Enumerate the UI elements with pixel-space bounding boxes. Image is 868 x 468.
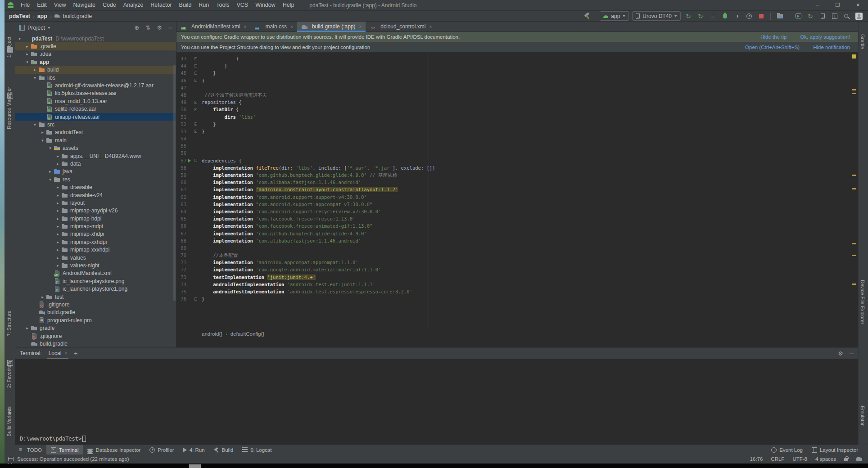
- chevron-right-icon[interactable]: ▸: [54, 201, 61, 205]
- tree-item-uniapp-release.aar[interactable]: uniapp-release.aar: [15, 113, 176, 121]
- tree-item-ic_launcher-playstore.png[interactable]: ic_launcher-playstore.png: [15, 277, 176, 285]
- chevron-right-icon[interactable]: ▸: [54, 240, 61, 244]
- tree-item-app[interactable]: ▾app: [15, 58, 176, 66]
- tree-item-AndroidManifest.xml[interactable]: AndroidManifest.xml: [15, 270, 176, 277]
- file-encoding[interactable]: UTF-8: [792, 456, 807, 462]
- code-line-62[interactable]: 62 implementation 'com.android.support:s…: [176, 194, 858, 201]
- bottom-bar-profiler[interactable]: Profiler: [145, 445, 178, 454]
- tree-item-java[interactable]: ▸java: [15, 168, 176, 176]
- chevron-down-icon[interactable]: [48, 27, 50, 29]
- fold-icon[interactable]: [194, 72, 197, 75]
- tab-close-icon[interactable]: ×: [290, 24, 293, 29]
- lock-icon[interactable]: [844, 458, 848, 461]
- code-line-55[interactable]: 55: [176, 142, 858, 149]
- bottom-bar-6-logcat[interactable]: 6: Logcat: [238, 445, 276, 454]
- code-line-76[interactable]: 76}: [176, 295, 858, 302]
- menu-window[interactable]: Window: [252, 0, 279, 10]
- fold-icon[interactable]: [194, 159, 197, 162]
- hide-panel-icon[interactable]: ─: [168, 24, 172, 31]
- tree-item-build.gradle[interactable]: build.gradle: [15, 309, 176, 316]
- code-line-69[interactable]: 69: [176, 244, 858, 252]
- warning-stripe-mark[interactable]: [852, 188, 856, 189]
- tree-item-.gitignore[interactable]: .gitignore: [15, 332, 176, 340]
- stop-icon[interactable]: [757, 12, 766, 21]
- caret-position[interactable]: 16:76: [750, 456, 763, 462]
- editor-tab[interactable]: main.css×: [251, 22, 297, 32]
- gear-icon[interactable]: ⚙: [157, 24, 162, 31]
- tree-item-sqlite-release.aar[interactable]: sqlite-release.aar: [15, 105, 176, 113]
- run-with-coverage-icon[interactable]: ≡: [708, 12, 717, 21]
- warning-stripe-mark[interactable]: [852, 175, 856, 176]
- tree-item-mipmap-xhdpi[interactable]: ▸mipmap-xhdpi: [15, 230, 176, 238]
- tree-item-.gradle[interactable]: ▸.gradle: [15, 42, 176, 50]
- bottom-bar-event-log[interactable]: Event Log: [767, 447, 807, 453]
- chevron-down-icon[interactable]: ▾: [16, 36, 23, 41]
- code-line-75[interactable]: 75 androidTestImplementation 'androidx.t…: [176, 288, 858, 295]
- sdk-manager-icon[interactable]: [830, 12, 839, 21]
- warning-stripe-mark[interactable]: [852, 284, 856, 285]
- tree-item-.gitignore[interactable]: .gitignore: [15, 301, 176, 308]
- profile-icon[interactable]: [745, 12, 754, 21]
- tool-stripe-7-structure[interactable]: 7: Structure: [6, 310, 12, 336]
- sync-gradle-icon[interactable]: ↻: [806, 12, 815, 21]
- tree-item-proguard-rules.pro[interactable]: proguard-rules.pro: [15, 316, 176, 324]
- fold-icon[interactable]: [194, 122, 197, 126]
- editor-tab[interactable]: build.gradle (:app)×: [297, 22, 366, 32]
- breadcrumb-module[interactable]: app: [37, 13, 47, 19]
- fold-icon[interactable]: [194, 297, 197, 301]
- code-editor[interactable]: 43 }44 }45 }46}4748 //这个加了解决启动页进不去49repo…: [176, 53, 858, 328]
- run-configuration-dropdown[interactable]: app: [600, 11, 629, 21]
- breadcrumb-project[interactable]: pdaTest: [9, 13, 30, 19]
- bottom-bar-terminal[interactable]: Terminal: [46, 445, 83, 454]
- fold-icon[interactable]: [194, 57, 197, 60]
- code-line-56[interactable]: 56: [176, 149, 858, 157]
- attach-debugger-icon[interactable]: ◑: [732, 12, 741, 21]
- chevron-right-icon[interactable]: ▸: [54, 232, 61, 236]
- menu-view[interactable]: View: [50, 0, 70, 10]
- warning-stripe-mark[interactable]: [852, 93, 856, 94]
- warning-stripe-mark[interactable]: [852, 255, 856, 256]
- apply-code-changes-icon[interactable]: ↻: [696, 12, 705, 21]
- tree-item-mipmap-anydpi-v26[interactable]: ▸mipmap-anydpi-v26: [15, 207, 176, 215]
- terminal-tab-local[interactable]: Local ×: [47, 348, 69, 359]
- toolwindow-toggle-icon[interactable]: [8, 457, 14, 461]
- file-status-indicator[interactable]: [852, 54, 856, 58]
- menu-edit[interactable]: Edit: [33, 0, 50, 10]
- tool-stripe-build-variants[interactable]: Build Variants: [6, 406, 12, 436]
- device-manager-icon[interactable]: [818, 12, 827, 21]
- menu-run[interactable]: Run: [195, 0, 212, 10]
- indent-setting[interactable]: 4 spaces: [815, 456, 836, 462]
- close-icon[interactable]: [848, 0, 868, 10]
- tree-item-drawable[interactable]: ▸drawable: [15, 183, 176, 191]
- tool-stripe-emulator[interactable]: Emulator: [860, 406, 865, 426]
- code-line-73[interactable]: 73 testImplementation 'junit:junit:4.+': [176, 274, 858, 281]
- tool-stripe-resource-manager[interactable]: Resource Manager: [6, 87, 12, 129]
- tree-item-test[interactable]: ▸test: [15, 293, 176, 301]
- tool-stripe-device-file-explorer[interactable]: Device File Explorer: [860, 280, 865, 324]
- chevron-right-icon[interactable]: ▸: [39, 295, 46, 299]
- code-line-74[interactable]: 74 androidTestImplementation 'androidx.t…: [176, 281, 858, 288]
- chevron-right-icon[interactable]: ▸: [32, 68, 38, 72]
- menu-help[interactable]: Help: [279, 0, 298, 10]
- apply-suggestion-link[interactable]: Ok, apply suggestion!: [800, 34, 850, 40]
- code-line-65[interactable]: 65 implementation 'com.facebook.fresco:f…: [176, 215, 858, 222]
- code-line-66[interactable]: 66 implementation "com.facebook.fresco:a…: [176, 222, 858, 230]
- breadcrumb-android[interactable]: android{}: [202, 331, 222, 337]
- tree-item-pdaTest[interactable]: ▾pdaTestD:\wwwroot\pdaTest: [15, 35, 176, 42]
- code-line-44[interactable]: 44 }: [176, 62, 858, 69]
- open-project-structure-link[interactable]: Open (Ctrl+Alt+Shift+S): [745, 45, 800, 50]
- code-line-48[interactable]: 48 //这个加了解决启动页进不去: [176, 91, 858, 99]
- tree-item-.idea[interactable]: ▸.idea: [15, 50, 176, 58]
- apply-changes-icon[interactable]: ↻: [684, 12, 693, 21]
- code-line-49[interactable]: 49repositories {: [176, 99, 858, 106]
- code-line-60[interactable]: 60 implementation 'com.alibaba:fastjson:…: [176, 179, 858, 186]
- search-everywhere-icon[interactable]: [842, 12, 851, 21]
- chevron-right-icon[interactable]: ▸: [54, 193, 61, 198]
- chevron-right-icon[interactable]: ▸: [54, 162, 61, 166]
- tree-item-msa_mdid_1.0.13.aar[interactable]: msa_mdid_1.0.13.aar: [15, 97, 176, 105]
- tree-item-mipmap-mdpi[interactable]: ▸mipmap-mdpi: [15, 222, 176, 230]
- maximize-icon[interactable]: [827, 0, 848, 10]
- run-gutter-icon[interactable]: [188, 159, 191, 162]
- chevron-right-icon[interactable]: ▸: [54, 224, 61, 229]
- tree-item-values[interactable]: ▸values: [15, 254, 176, 261]
